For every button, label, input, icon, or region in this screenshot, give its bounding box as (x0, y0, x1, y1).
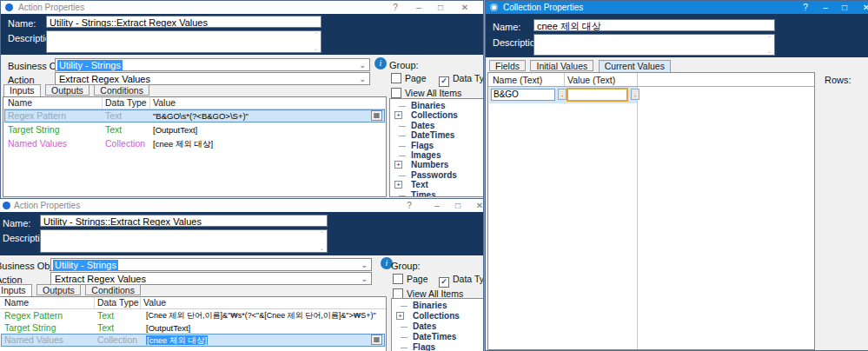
scroll-up-icon[interactable]: ⌃ (314, 32, 318, 37)
param-value[interactable]: "B&GO\s*(?<B&GO>\S+)" (153, 109, 368, 123)
ellipsis-button[interactable]: . (631, 89, 639, 100)
tab-outputs[interactable]: Outputs (45, 84, 89, 96)
tree-item-times[interactable]: Times (390, 190, 483, 197)
name-input[interactable]: Utility - Strings::Extract Regex Values (40, 215, 328, 227)
scroll-up-icon[interactable]: ⌃ (320, 231, 324, 236)
maximize-button[interactable]: □ (451, 200, 465, 211)
expand-icon[interactable]: + (394, 181, 402, 189)
param-value[interactable]: [OutputText] (153, 123, 197, 136)
tab-outputs[interactable]: Outputs (36, 284, 81, 295)
table-row[interactable]: Target String Text [OutputText] (1, 321, 385, 334)
close-button[interactable]: ✕ (473, 200, 484, 211)
calculator-icon[interactable]: ▦ (371, 110, 382, 121)
business-object-select[interactable]: Utility - Strings ⌄ (50, 258, 372, 271)
param-name: Regex Pattern (8, 109, 66, 123)
tree-item-flags[interactable]: Flags (390, 141, 483, 150)
expand-icon[interactable]: + (396, 312, 404, 320)
checkbox-data-type[interactable]: ✓Data Type (439, 274, 484, 288)
param-name: Named Values (4, 334, 63, 347)
close-button[interactable]: ✕ (458, 2, 472, 13)
table-row[interactable]: Named Values Collection [cnee 제외 대상] (4, 137, 385, 150)
info-icon[interactable]: i (374, 57, 387, 70)
param-value[interactable]: [cnee 제외 대상] (146, 334, 368, 347)
action-select[interactable]: Extract Regex Values ⌄ (55, 72, 370, 85)
help-button[interactable]: ? (388, 2, 402, 13)
tree-item-datetimes[interactable]: DateTimes (392, 332, 483, 342)
tab-initial-values[interactable]: Initial Values (530, 60, 593, 71)
name-input[interactable]: cnee 제외 대상 (533, 19, 775, 31)
name-input[interactable]: Utility - Strings::Extract Regex Values (46, 16, 321, 28)
maximize-button[interactable]: □ (838, 2, 851, 13)
checkbox-data-type[interactable]: ✓Data Type (439, 73, 484, 87)
tab-conditions[interactable]: Conditions (94, 84, 149, 96)
action-select[interactable]: Extract Regex Values ⌄ (50, 272, 372, 285)
scroll-up-icon[interactable]: ⌃ (767, 36, 772, 41)
scroll-down-icon[interactable]: ⌄ (320, 246, 324, 251)
titlebar[interactable]: Collection Properties ? – □ ✕ (486, 1, 868, 14)
maximize-button[interactable]: □ (434, 2, 447, 13)
scroll-down-icon[interactable]: ⌄ (314, 46, 318, 51)
chevron-down-icon[interactable]: ⌄ (359, 75, 366, 83)
titlebar[interactable]: Action Properties ? – □ ✕ (0, 199, 483, 212)
checkbox-icon[interactable] (391, 73, 401, 83)
tree-item-numbers[interactable]: +Numbers (390, 160, 483, 169)
tree-item-collections[interactable]: +Collections (392, 311, 483, 321)
expand-icon[interactable]: + (394, 161, 402, 169)
chevron-down-icon[interactable]: ⌄ (361, 275, 368, 283)
tree-item-dates[interactable]: Dates (390, 121, 483, 130)
tab-inputs[interactable]: Inputs (3, 84, 41, 97)
titlebar[interactable]: Action Properties ? – □ ✕ (1, 1, 483, 14)
tree-item-images[interactable]: Images (390, 150, 483, 160)
minimize-button[interactable]: – (412, 2, 426, 13)
checkbox-page[interactable]: Page (393, 274, 428, 284)
checkbox-page[interactable]: Page (391, 73, 427, 83)
cell-value-input[interactable] (567, 88, 628, 102)
description-input[interactable] (46, 30, 321, 53)
tree-item-label: Collections (413, 311, 460, 321)
tree-item-collections[interactable]: +Collections (390, 110, 483, 120)
description-scrollbar[interactable]: ⌃ ⌄ (318, 231, 326, 251)
business-object-select[interactable]: Utility - Strings ⌄ (55, 58, 370, 71)
tree-item-binaries[interactable]: Binaries (392, 301, 483, 311)
column-header-datatype: Data Type (97, 297, 139, 308)
param-value[interactable]: [cnee 제외 대상] (153, 137, 213, 150)
tab-fields[interactable]: Fields (489, 60, 526, 71)
checkbox-icon[interactable] (391, 88, 401, 98)
param-value[interactable]: [Cnee 제외 단어,이름]&"₩s*(?<"&[Cnee 제외 단어,이름]… (146, 309, 381, 322)
description-scrollbar[interactable]: ⌃ ⌄ (765, 36, 773, 54)
tab-inputs[interactable]: Inputs (0, 284, 32, 297)
tree-item-dates[interactable]: Dates (392, 321, 483, 332)
table-row[interactable]: Target String Text [OutputText] (4, 123, 385, 136)
calculator-icon[interactable]: ▦ (371, 334, 382, 345)
close-button[interactable]: ✕ (859, 2, 868, 13)
tree-item-binaries[interactable]: Binaries (390, 101, 483, 110)
param-type: Text (97, 309, 114, 322)
cell-name-input[interactable]: B&GO (491, 89, 555, 101)
help-button[interactable]: ? (798, 2, 812, 13)
tab-current-values[interactable]: Current Values (599, 60, 671, 73)
param-value[interactable]: [OutputText] (146, 321, 190, 334)
minimize-button[interactable]: – (818, 2, 832, 13)
help-button[interactable]: ? (402, 200, 416, 211)
table-row[interactable]: Named Values Collection [cnee 제외 대상] ▦ (1, 334, 385, 347)
checkbox-icon[interactable] (393, 274, 403, 284)
expand-icon[interactable]: + (394, 111, 402, 119)
tree-item-passwords[interactable]: Passwords (390, 170, 483, 180)
checkbox-view-all-items[interactable]: View All Items (391, 88, 461, 98)
tree-item-text[interactable]: +Text (390, 180, 483, 189)
table-row[interactable]: Regex Pattern Text "B&GO\s*(?<B&GO>\S+)"… (4, 109, 385, 123)
description-input[interactable] (40, 229, 328, 253)
description-scrollbar[interactable]: ⌃ ⌄ (312, 32, 320, 51)
chevron-down-icon[interactable]: ⌄ (359, 61, 366, 70)
minimize-button[interactable]: – (430, 200, 444, 211)
description-input[interactable] (533, 34, 775, 56)
ellipsis-button[interactable]: . (558, 89, 567, 100)
scroll-down-icon[interactable]: ⌄ (767, 49, 772, 54)
tab-conditions[interactable]: Conditions (85, 284, 141, 295)
checkbox-checked-icon[interactable]: ✓ (439, 76, 449, 87)
tree-item-datetimes[interactable]: DateTimes (390, 130, 483, 140)
tree-item-flags[interactable]: Flags (392, 342, 483, 351)
table-row[interactable]: Regex Pattern Text [Cnee 제외 단어,이름]&"₩s*(… (1, 309, 385, 322)
chevron-down-icon[interactable]: ⌄ (361, 261, 368, 269)
checkbox-checked-icon[interactable]: ✓ (439, 277, 449, 288)
